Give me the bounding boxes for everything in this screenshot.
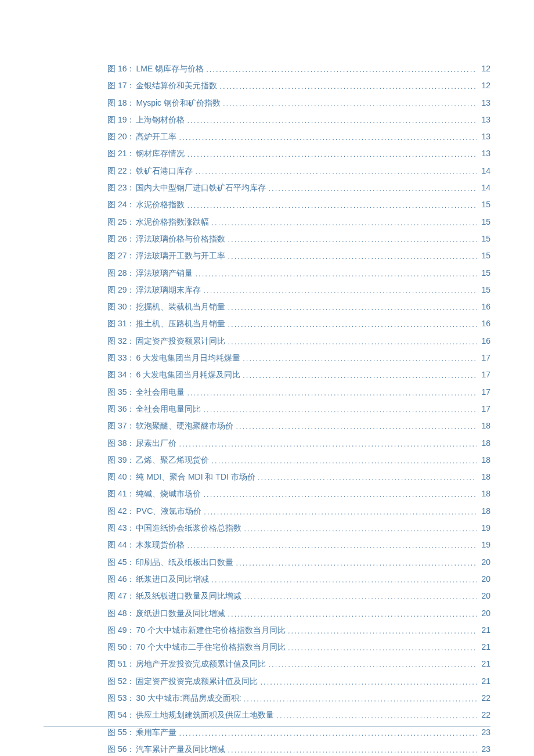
- toc-entry[interactable]: 图 55：乘用车产量23: [107, 728, 490, 738]
- toc-entry-label: 图 49：: [107, 625, 135, 636]
- toc-entry[interactable]: 图 23：国内大中型钢厂进口铁矿石平均库存14: [107, 183, 490, 193]
- toc-entry-title: 高炉开工率: [136, 132, 176, 142]
- toc-entry-page: 20: [479, 609, 490, 618]
- toc-entry[interactable]: 图 26：浮法玻璃价格与价格指数15: [107, 234, 490, 244]
- toc-dots-leader: [187, 541, 477, 550]
- toc-entry-page: 22: [479, 693, 490, 703]
- toc-entry-page: 19: [479, 523, 490, 532]
- toc-dots-leader: [236, 559, 477, 567]
- toc-dots-leader: [228, 337, 477, 346]
- toc-entry-label: 图 38：: [107, 438, 135, 449]
- toc-entry-page: 15: [479, 217, 490, 226]
- toc-entry-page: 13: [479, 98, 490, 107]
- toc-entry-title: 挖掘机、装载机当月销量: [136, 302, 225, 312]
- toc-entry[interactable]: 图 33：6 大发电集团当月日均耗煤量17: [107, 353, 490, 363]
- toc-entry[interactable]: 图 40：纯 MDI、聚合 MDI 和 TDI 市场价18: [107, 472, 490, 483]
- toc-entry[interactable]: 图 17：金银结算价和美元指数12: [107, 81, 490, 91]
- toc-entry-page: 12: [479, 64, 490, 73]
- toc-entry-title: 纯 MDI、聚合 MDI 和 TDI 市场价: [136, 472, 255, 483]
- toc-entry-label: 图 55：: [107, 728, 135, 738]
- toc-entry[interactable]: 图 29：浮法玻璃期末库存15: [107, 285, 490, 296]
- toc-entry-page: 13: [479, 115, 490, 124]
- toc-entry[interactable]: 图 31：推土机、压路机当月销量16: [107, 319, 490, 329]
- footer-divider: [44, 726, 490, 727]
- toc-entry-title: 全社会用电量: [136, 387, 185, 398]
- toc-entry[interactable]: 图 48：废纸进口数量及同比增减20: [107, 609, 490, 619]
- toc-entry-page: 21: [479, 625, 490, 635]
- table-of-contents: 图 16：LME 锡库存与价格12图 17：金银结算价和美元指数12图 18：M…: [107, 64, 490, 756]
- toc-dots-leader: [211, 218, 477, 227]
- toc-entry[interactable]: 图 25：水泥价格指数涨跌幅15: [107, 217, 490, 228]
- toc-entry-label: 图 22：: [107, 166, 135, 177]
- toc-entry-label: 图 19：: [107, 115, 135, 125]
- toc-entry[interactable]: 图 56：汽车累计产量及同比增减23: [107, 744, 490, 755]
- toc-entry-label: 图 26：: [107, 234, 135, 244]
- toc-dots-leader: [268, 660, 477, 669]
- toc-entry[interactable]: 图 43：中国造纸协会纸浆价格总指数19: [107, 523, 490, 534]
- toc-entry[interactable]: 图 28：浮法玻璃产销量15: [107, 268, 490, 279]
- toc-entry-title: 浮法玻璃产销量: [136, 268, 193, 279]
- toc-entry[interactable]: 图 37：软泡聚醚、硬泡聚醚市场价18: [107, 421, 490, 431]
- toc-entry-label: 图 33：: [107, 353, 135, 363]
- toc-dots-leader: [206, 65, 477, 74]
- toc-entry[interactable]: 图 53：30 大中城市:商品房成交面积:22: [107, 693, 490, 704]
- toc-entry-page: 21: [479, 676, 490, 686]
- toc-entry-label: 图 47：: [107, 591, 135, 602]
- toc-entry-label: 图 56：: [107, 744, 135, 755]
- toc-dots-leader: [228, 235, 477, 244]
- toc-entry[interactable]: 图 45：印刷品、纸及纸板出口数量20: [107, 557, 490, 568]
- toc-entry[interactable]: 图 20：高炉开工率13: [107, 132, 490, 142]
- toc-entry[interactable]: 图 16：LME 锡库存与价格12: [107, 64, 490, 74]
- toc-entry[interactable]: 图 51：房地产开发投资完成额累计值及同比21: [107, 659, 490, 669]
- toc-entry-title: 浮法玻璃开工数与开工率: [136, 251, 225, 261]
- toc-entry[interactable]: 图 22：铁矿石港口库存14: [107, 166, 490, 177]
- toc-entry-page: 18: [479, 455, 490, 465]
- toc-entry-title: 尿素出厂价: [136, 438, 176, 449]
- toc-entry[interactable]: 图 38：尿素出厂价18: [107, 438, 490, 449]
- toc-dots-leader: [268, 184, 477, 193]
- toc-dots-leader: [179, 440, 477, 448]
- toc-entry[interactable]: 图 36：全社会用电量同比17: [107, 404, 490, 415]
- toc-entry[interactable]: 图 18：Myspic 钢价和矿价指数13: [107, 98, 490, 109]
- toc-entry[interactable]: 图 44：木浆现货价格19: [107, 540, 490, 550]
- toc-entry[interactable]: 图 32：固定资产投资额累计同比16: [107, 336, 490, 347]
- toc-entry[interactable]: 图 35：全社会用电量17: [107, 387, 490, 398]
- toc-entry[interactable]: 图 21：钢材库存情况13: [107, 149, 490, 159]
- toc-entry-label: 图 18：: [107, 98, 135, 109]
- toc-entry-label: 图 43：: [107, 523, 135, 534]
- toc-entry-title: 浮法玻璃期末库存: [136, 285, 201, 296]
- toc-entry[interactable]: 图 19：上海钢材价格13: [107, 115, 490, 125]
- toc-entry[interactable]: 图 47：纸及纸板进口数量及同比增减20: [107, 591, 490, 602]
- toc-entry[interactable]: 图 27：浮法玻璃开工数与开工率15: [107, 251, 490, 261]
- toc-entry-title: 6 大发电集团当月耗煤及同比: [136, 370, 240, 380]
- toc-entry-title: 70 个大中城市新建住宅价格指数当月同比: [136, 625, 285, 636]
- toc-entry[interactable]: 图 50：70 个大中城市二手住宅价格指数当月同比21: [107, 642, 490, 653]
- toc-dots-leader: [228, 303, 477, 312]
- toc-entry-title: 固定资产投资额累计同比: [136, 336, 225, 347]
- toc-entry[interactable]: 图 46：纸浆进口及同比增减20: [107, 574, 490, 585]
- toc-entry-label: 图 31：: [107, 319, 135, 329]
- toc-entry-title: 金银结算价和美元指数: [136, 81, 217, 91]
- toc-entry-label: 图 52：: [107, 676, 135, 687]
- toc-entry[interactable]: 图 41：纯碱、烧碱市场价18: [107, 489, 490, 499]
- toc-entry[interactable]: 图 39：乙烯、聚乙烯现货价18: [107, 455, 490, 466]
- toc-entry[interactable]: 图 54：供应土地规划建筑面积及供应土地数量22: [107, 710, 490, 721]
- toc-entry-title: Myspic 钢价和矿价指数: [136, 98, 220, 109]
- toc-entry[interactable]: 图 24：水泥价格指数15: [107, 200, 490, 210]
- toc-entry-label: 图 48：: [107, 609, 135, 619]
- toc-dots-leader: [243, 371, 477, 380]
- toc-dots-leader: [244, 592, 477, 601]
- toc-entry[interactable]: 图 30：挖掘机、装载机当月销量16: [107, 302, 490, 312]
- toc-entry-page: 18: [479, 438, 490, 448]
- toc-entry-page: 14: [479, 166, 490, 175]
- toc-entry-label: 图 36：: [107, 404, 135, 415]
- toc-dots-leader: [179, 133, 477, 142]
- toc-entry[interactable]: 图 52：固定资产投资完成额累计值及同比21: [107, 676, 490, 687]
- toc-entry-label: 图 29：: [107, 285, 135, 296]
- toc-entry[interactable]: 图 42：PVC、液氯市场价18: [107, 506, 490, 517]
- toc-entry-title: 供应土地规划建筑面积及供应土地数量: [136, 710, 274, 721]
- toc-entry[interactable]: 图 49：70 个大中城市新建住宅价格指数当月同比21: [107, 625, 490, 636]
- toc-entry-title: 印刷品、纸及纸板出口数量: [136, 557, 233, 568]
- toc-entry[interactable]: 图 34：6 大发电集团当月耗煤及同比17: [107, 370, 490, 380]
- toc-entry-page: 23: [479, 728, 490, 737]
